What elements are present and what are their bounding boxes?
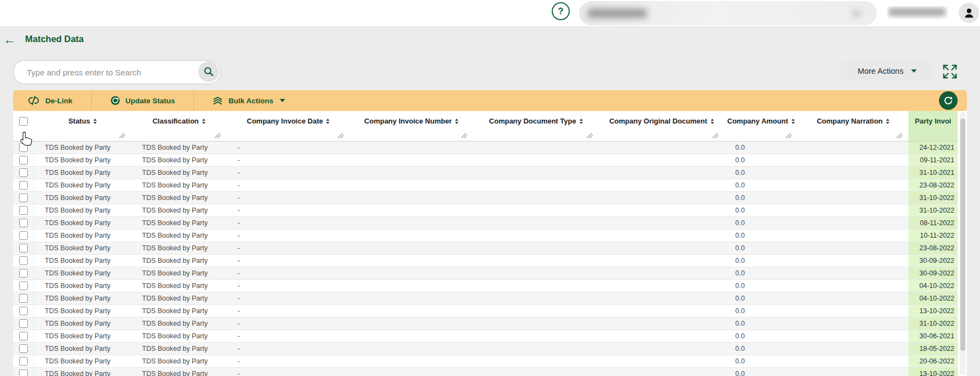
column-header-company-invoice-number[interactable]: Company Invoice Number [350,111,473,131]
row-checkbox[interactable] [19,344,28,353]
cell-company-amount: 0.0 [724,217,798,229]
filter-cell[interactable] [724,131,798,141]
row-checkbox[interactable] [19,168,28,177]
vertical-scrollbar[interactable] [960,112,966,375]
cell-company-invoice-date: - [227,217,350,229]
avatar[interactable] [959,3,979,23]
row-checkbox[interactable] [19,319,28,328]
row-checkbox[interactable] [19,281,28,290]
filter-pencil-icon[interactable] [461,131,468,141]
column-header-status[interactable]: Status [34,111,131,131]
cell-classification: TDS Booked by Party [131,242,227,254]
filter-pencil-icon[interactable] [586,131,593,141]
search-input[interactable] [26,61,203,83]
cell-company-invoice-date: - [227,355,350,367]
row-checkbox[interactable] [19,156,28,164]
row-checkbox[interactable] [19,219,28,227]
table-row: TDS Booked by PartyTDS Booked by Party-0… [13,318,958,330]
cell-company-invoice-date: - [227,242,350,254]
cell-company-original-document [599,292,724,304]
back-button[interactable]: ← [3,32,20,47]
column-header-company-document-type[interactable]: Company Document Type [473,111,599,131]
delink-button[interactable]: De-Link [13,90,91,111]
cell-party-invoice-date: 09-11-2021 [908,154,958,166]
help-icon[interactable]: ? [552,2,570,20]
cell-company-narration [798,267,908,279]
cell-classification: TDS Booked by Party [131,368,227,376]
filter-cell[interactable] [350,131,473,141]
select-all-checkbox[interactable] [19,117,28,126]
update-status-button[interactable]: Update Status [92,90,194,111]
row-checkbox[interactable] [19,307,28,315]
cell-company-narration [798,242,908,254]
sort-icon[interactable] [580,119,583,124]
column-header-company-narration[interactable]: Company Narration [798,111,908,131]
sort-icon[interactable] [93,119,97,124]
row-checkbox[interactable] [19,244,28,252]
filter-pencil-icon[interactable] [119,131,126,141]
row-checkbox[interactable] [19,143,28,152]
cell-company-original-document [599,192,724,204]
filter-pencil-icon[interactable] [712,131,719,141]
refresh-button[interactable] [939,91,958,110]
sort-icon[interactable] [326,119,329,124]
column-header-classification[interactable]: Classification [131,111,227,131]
filter-cell[interactable] [599,131,724,141]
row-checkbox[interactable] [19,181,28,190]
filter-pencil-icon[interactable] [896,131,903,141]
sort-icon[interactable] [455,119,458,124]
filter-pencil-icon[interactable] [785,131,792,141]
scrollbar-thumb[interactable] [960,119,965,351]
cell-company-invoice-number [350,192,473,204]
cell-company-narration [798,167,908,179]
filter-cell[interactable] [798,131,908,141]
filter-cell[interactable] [34,131,131,141]
cell-company-original-document [599,368,724,376]
column-header-company-invoice-date[interactable]: Company Invoice Date [227,111,350,131]
cell-company-document-type [473,192,599,204]
column-header-company-amount[interactable]: Company Amount [724,111,798,131]
expand-fullscreen-button[interactable] [941,62,959,81]
redacted-company-selector[interactable] [579,1,877,25]
cell-company-original-document [599,142,724,154]
cell-company-original-document [599,217,724,229]
cell-classification: TDS Booked by Party [131,343,227,355]
row-checkbox[interactable] [19,231,28,240]
sort-icon[interactable] [886,119,889,124]
filter-cell[interactable] [131,131,227,141]
row-checkbox[interactable] [19,193,28,202]
cell-company-document-type [473,343,599,355]
table-row: TDS Booked by PartyTDS Booked by Party-0… [13,192,958,204]
more-actions-button[interactable]: More Actions [841,61,933,81]
column-header-label: Company Document Type [489,117,576,125]
search-button[interactable] [198,61,219,82]
bulk-actions-label: Bulk Actions [228,97,273,105]
cell-company-narration [798,154,908,166]
cell-company-invoice-date: - [227,179,350,191]
filter-cell[interactable] [227,131,350,141]
sort-icon[interactable] [202,119,205,124]
cell-status: TDS Booked by Party [34,267,131,279]
column-header-label: Status [68,117,90,125]
row-checkbox[interactable] [19,332,28,340]
cell-party-invoice-date: 30-09-2022 [908,267,958,279]
column-header-company-original-document[interactable]: Company Original Document [599,111,724,131]
row-checkbox[interactable] [19,256,28,265]
row-checkbox[interactable] [19,206,28,215]
bulk-actions-button[interactable]: Bulk Actions [194,90,304,111]
cell-company-invoice-date: - [227,192,350,204]
cell-status: TDS Booked by Party [34,280,131,292]
filter-cell[interactable] [473,131,599,141]
filter-pencil-icon[interactable] [214,131,221,141]
sort-icon[interactable] [711,119,714,124]
row-checkbox[interactable] [19,357,28,366]
bulk-toolbar: De-Link Update Status Bulk Actions [13,90,967,111]
cell-company-invoice-number [350,280,473,292]
row-checkbox[interactable] [19,294,28,303]
row-checkbox[interactable] [19,369,28,376]
sort-icon[interactable] [792,119,795,124]
cell-company-document-type [473,305,599,317]
status-circle-icon [110,96,120,105]
filter-pencil-icon[interactable] [337,131,344,141]
row-checkbox[interactable] [19,269,28,278]
